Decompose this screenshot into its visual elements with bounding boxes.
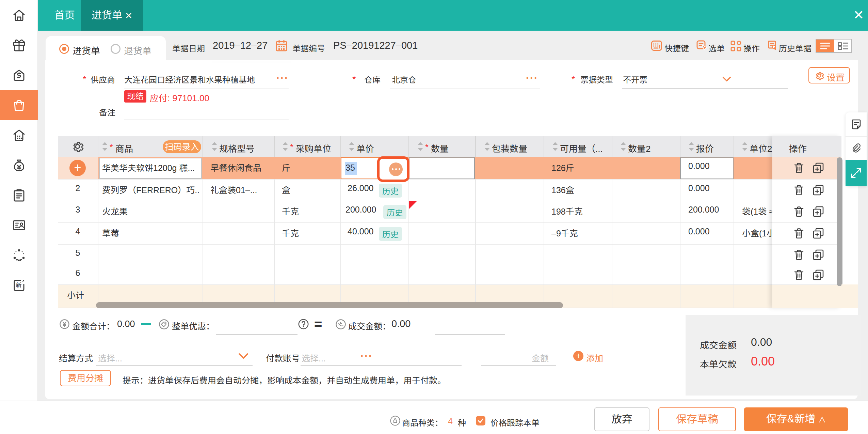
svg-text:新: 新 xyxy=(16,280,22,289)
